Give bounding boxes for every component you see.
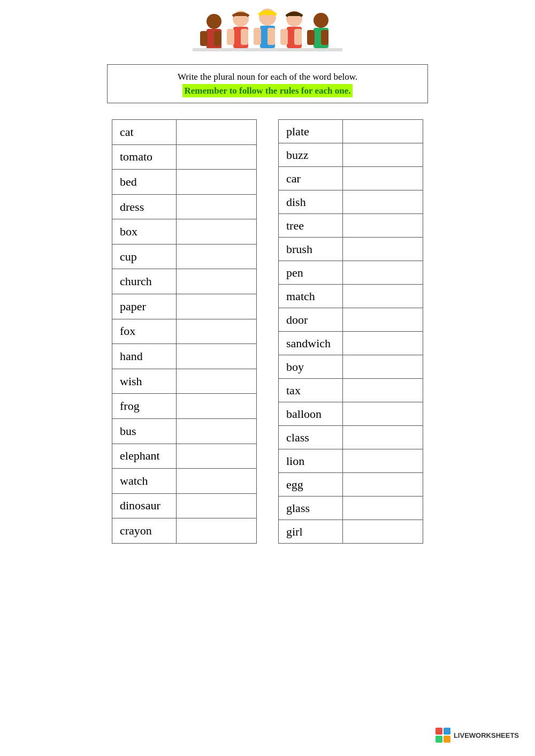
word-cell: tomato (112, 144, 177, 170)
svg-rect-14 (280, 29, 288, 45)
answer-cell[interactable] (343, 167, 423, 190)
answer-cell[interactable] (177, 194, 257, 219)
word-cell: class (279, 426, 343, 449)
word-cell: balloon (279, 402, 343, 426)
word-cell: cup (112, 244, 177, 269)
table-row: brush (279, 238, 423, 261)
table-row: sandwich (279, 332, 423, 355)
word-cell: church (112, 269, 177, 294)
table-row: tomato (112, 144, 257, 170)
word-cell: car (279, 167, 343, 190)
answer-cell[interactable] (343, 332, 423, 355)
answer-cell[interactable] (343, 520, 423, 544)
word-cell: dinosaur (112, 493, 177, 518)
word-cell: door (279, 308, 343, 332)
answer-cell[interactable] (177, 170, 257, 195)
table-row: dinosaur (112, 493, 257, 518)
answer-cell[interactable] (177, 518, 257, 544)
table-row: buzz (279, 143, 423, 167)
answer-cell[interactable] (177, 144, 257, 170)
answer-cell[interactable] (343, 379, 423, 402)
answer-cell[interactable] (177, 319, 257, 344)
svg-rect-20 (193, 48, 342, 51)
word-cell: glass (279, 497, 343, 520)
answer-cell[interactable] (177, 344, 257, 369)
table-row: dress (112, 194, 257, 219)
table-row: dish (279, 190, 423, 214)
word-cell: dress (112, 194, 177, 219)
logo-icon (435, 728, 450, 743)
word-cell: boy (279, 355, 343, 379)
word-cell: wish (112, 369, 177, 394)
answer-cell[interactable] (343, 190, 423, 214)
answer-cell[interactable] (177, 394, 257, 419)
table-row: glass (279, 497, 423, 520)
instruction-line2: Remember to follow the rules for each on… (182, 84, 353, 98)
table-row: balloon (279, 402, 423, 426)
answer-cell[interactable] (343, 214, 423, 238)
svg-rect-10 (254, 28, 261, 45)
word-cell: lion (279, 449, 343, 473)
table-row: plate (279, 120, 423, 143)
left-table: cattomatobeddressboxcupchurchpaperfoxhan… (112, 119, 257, 544)
table-row: match (279, 285, 423, 308)
right-table: platebuzzcardishtreebrushpenmatchdoorsan… (278, 119, 423, 544)
svg-point-0 (207, 14, 221, 29)
answer-cell[interactable] (177, 294, 257, 319)
answer-cell[interactable] (343, 308, 423, 332)
word-cell: bed (112, 170, 177, 195)
answer-cell[interactable] (177, 444, 257, 469)
word-cell: elephant (112, 444, 177, 469)
answer-cell[interactable] (343, 497, 423, 520)
svg-rect-19 (321, 30, 328, 45)
answer-cell[interactable] (177, 493, 257, 518)
table-row: girl (279, 520, 423, 544)
table-row: boy (279, 355, 423, 379)
word-cell: plate (279, 120, 343, 143)
table-row: pen (279, 261, 423, 285)
table-row: door (279, 308, 423, 332)
table-row: bus (112, 418, 257, 444)
answer-cell[interactable] (177, 418, 257, 444)
footer: LIVEWORKSHEETS (435, 722, 524, 745)
answer-cell[interactable] (343, 426, 423, 449)
tables-container: cattomatobeddressboxcupchurchpaperfoxhan… (11, 119, 524, 544)
answer-cell[interactable] (343, 355, 423, 379)
answer-cell[interactable] (177, 269, 257, 294)
answer-cell[interactable] (343, 238, 423, 261)
word-cell: match (279, 285, 343, 308)
word-cell: box (112, 219, 177, 245)
svg-rect-7 (241, 29, 248, 45)
word-cell: fox (112, 319, 177, 344)
answer-cell[interactable] (343, 449, 423, 473)
word-cell: cat (112, 120, 177, 145)
table-row: frog (112, 394, 257, 419)
word-cell: buzz (279, 143, 343, 167)
answer-cell[interactable] (343, 261, 423, 285)
word-cell: tree (279, 214, 343, 238)
table-row: cup (112, 244, 257, 269)
table-row: elephant (112, 444, 257, 469)
table-row: egg (279, 473, 423, 497)
answer-cell[interactable] (343, 285, 423, 308)
answer-cell[interactable] (177, 369, 257, 394)
svg-rect-6 (227, 29, 234, 45)
logo-text: LIVEWORKSHEETS (454, 731, 519, 739)
answer-cell[interactable] (177, 120, 257, 145)
answer-cell[interactable] (343, 120, 423, 143)
table-row: tree (279, 214, 423, 238)
table-row: watch (112, 469, 257, 494)
answer-cell[interactable] (177, 244, 257, 269)
answer-cell[interactable] (177, 219, 257, 245)
table-row: class (279, 426, 423, 449)
svg-rect-11 (268, 28, 275, 45)
word-cell: watch (112, 469, 177, 494)
svg-rect-15 (294, 29, 302, 45)
answer-cell[interactable] (343, 143, 423, 167)
table-row: fox (112, 319, 257, 344)
instruction-box: Write the plural noun for each of the wo… (107, 64, 428, 103)
answer-cell[interactable] (177, 469, 257, 494)
word-cell: sandwich (279, 332, 343, 355)
answer-cell[interactable] (343, 402, 423, 426)
answer-cell[interactable] (343, 473, 423, 497)
